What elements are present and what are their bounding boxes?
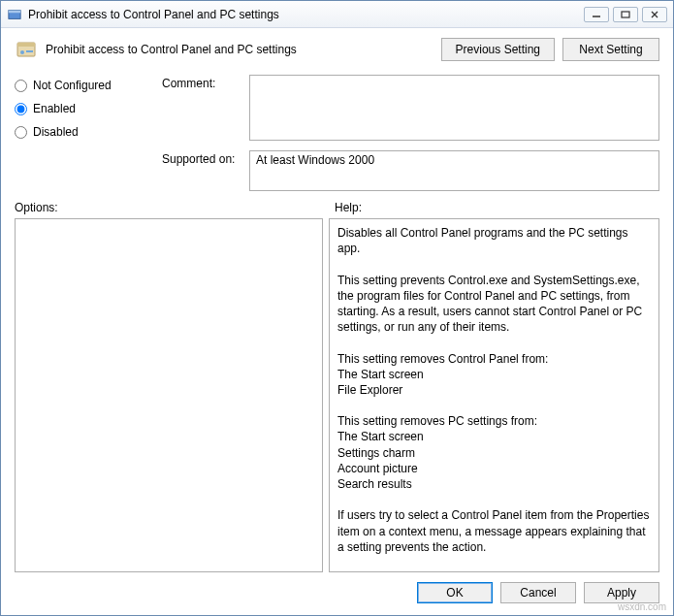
svg-rect-7 (17, 43, 35, 47)
svg-rect-1 (9, 10, 20, 13)
panel-labels: Options: Help: (1, 191, 673, 216)
radio-disabled[interactable]: Disabled (15, 125, 150, 139)
state-options: Not Configured Enabled Disabled (15, 75, 150, 191)
window-title: Prohibit access to Control Panel and PC … (28, 8, 578, 21)
titlebar: Prohibit access to Control Panel and PC … (1, 1, 673, 28)
svg-point-8 (20, 50, 24, 54)
help-text: Disables all Control Panel programs and … (337, 225, 651, 555)
options-label: Options: (15, 201, 323, 214)
radio-disabled-label: Disabled (33, 125, 79, 139)
watermark: wsxdn.com (618, 601, 666, 612)
policy-icon (15, 38, 38, 61)
comment-label: Comment: (162, 75, 240, 90)
help-panel: Disables all Control Panel programs and … (329, 218, 659, 572)
supported-label: Supported on: (162, 150, 240, 166)
header: Prohibit access to Control Panel and PC … (1, 28, 673, 65)
comment-input[interactable] (249, 75, 659, 141)
supported-row: Supported on: At least Windows 2000 (162, 150, 659, 191)
config-row: Not Configured Enabled Disabled Comment:… (1, 65, 673, 191)
fields: Comment: Supported on: At least Windows … (162, 75, 659, 191)
panels: Disables all Control Panel programs and … (1, 216, 673, 572)
options-panel (15, 218, 323, 572)
radio-enabled-label: Enabled (33, 102, 76, 115)
minimize-button[interactable] (584, 7, 609, 22)
dialog-window: Prohibit access to Control Panel and PC … (0, 0, 674, 616)
radio-enabled-input[interactable] (15, 103, 27, 115)
window-controls (584, 7, 667, 22)
footer: OK Cancel Apply (1, 572, 673, 615)
radio-not-configured[interactable]: Not Configured (15, 79, 150, 92)
radio-enabled[interactable]: Enabled (15, 102, 150, 115)
comment-row: Comment: (162, 75, 659, 141)
ok-button[interactable]: OK (417, 582, 493, 603)
close-button[interactable] (642, 7, 667, 22)
radio-disabled-input[interactable] (15, 126, 27, 139)
policy-title: Prohibit access to Control Panel and PC … (46, 43, 433, 56)
supported-value: At least Windows 2000 (249, 150, 659, 191)
maximize-button[interactable] (613, 7, 638, 22)
svg-rect-3 (622, 12, 629, 17)
radio-not-configured-label: Not Configured (33, 79, 112, 92)
svg-rect-9 (26, 50, 33, 52)
apply-button[interactable]: Apply (584, 582, 659, 603)
previous-setting-button[interactable]: Previous Setting (441, 38, 555, 61)
cancel-button[interactable]: Cancel (500, 582, 576, 603)
radio-not-configured-input[interactable] (15, 80, 27, 92)
next-setting-button[interactable]: Next Setting (562, 38, 659, 61)
help-label: Help: (335, 201, 362, 214)
app-icon (7, 7, 22, 22)
